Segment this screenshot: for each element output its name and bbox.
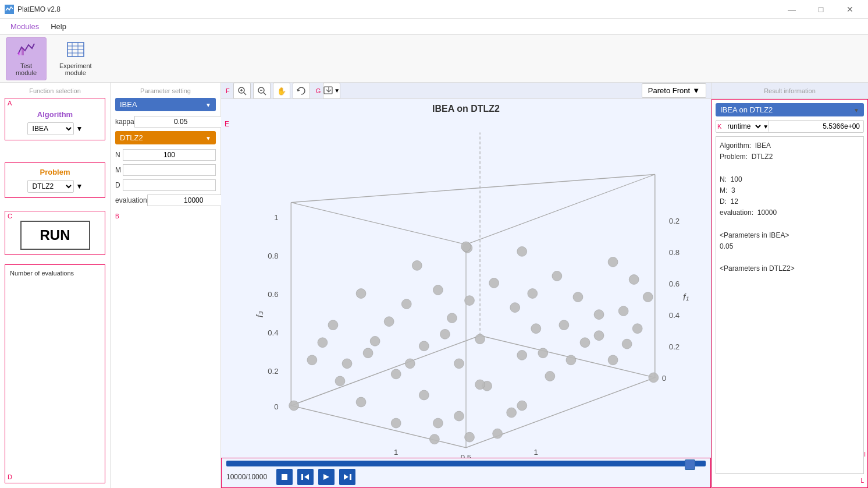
problem-group-label: Problem (10, 168, 100, 176)
label-b: B (115, 213, 216, 220)
function-selection-label: Function selection (5, 87, 105, 94)
algorithm-select[interactable]: IBEA NSGA-II MOEA/D (27, 122, 74, 135)
menu-bar: Modules Help (0, 19, 868, 35)
problem-box: Problem DTLZ2 DTLZ1 ZDT1 ▼ (5, 162, 105, 198)
svg-point-90 (618, 306, 628, 316)
svg-point-66 (335, 376, 345, 386)
svg-point-84 (461, 242, 471, 252)
svg-text:f₁: f₁ (683, 292, 689, 302)
svg-text:0: 0 (274, 402, 278, 411)
svg-text:0.5: 0.5 (461, 453, 471, 458)
pareto-front-button[interactable]: Pareto Front ▼ (642, 83, 706, 98)
svg-point-99 (622, 339, 632, 349)
svg-point-94 (594, 331, 604, 341)
svg-point-95 (342, 359, 352, 369)
problem-param-dropdown-container: DTLZ2 DTLZ1 ▼ (115, 131, 216, 144)
playback-controls: 10000/10000 (226, 469, 706, 485)
svg-point-68 (454, 359, 464, 369)
test-module-label: Testmodule (16, 62, 37, 76)
svg-marker-107 (344, 474, 348, 480)
d-param-label: D (115, 181, 123, 189)
svg-text:0.2: 0.2 (268, 367, 278, 376)
metric-row: K runtime IGD HV ▼ 5.5366e+00 (716, 120, 864, 133)
close-button[interactable]: ✕ (837, 0, 863, 19)
svg-line-10 (244, 93, 246, 95)
zoom-in-button[interactable] (233, 83, 251, 99)
chart-svg: 0 0.2 0.4 0.6 0.8 1 f₃ 0.5 1 1 f₂ 0 0.2 … (221, 108, 711, 458)
svg-point-87 (528, 289, 538, 299)
svg-point-52 (608, 257, 618, 267)
eval-row: evaluation (115, 195, 216, 206)
window-controls: — □ ✕ (778, 0, 863, 19)
svg-point-72 (356, 397, 366, 407)
test-module-button[interactable]: Testmodule (6, 37, 47, 80)
svg-marker-104 (304, 474, 309, 480)
label-l: L (716, 478, 864, 484)
minimize-button[interactable]: — (778, 0, 805, 19)
svg-point-93 (538, 348, 548, 358)
label-f: F (226, 87, 230, 94)
maximize-button[interactable]: □ (807, 0, 834, 19)
playback-bar: I 10000/10000 (221, 458, 711, 488)
play-button[interactable] (318, 469, 335, 485)
problem-select[interactable]: DTLZ2 DTLZ1 ZDT1 (27, 180, 74, 193)
n-row: N (115, 149, 216, 161)
run-button[interactable]: RUN (20, 221, 90, 250)
menu-help[interactable]: Help (45, 20, 72, 33)
result-dropdown[interactable]: IBEA on DTLZ2 (716, 103, 864, 116)
experiment-module-button[interactable]: Experimentmodule (52, 38, 99, 80)
info-text-box: Algorithm: IBEA Problem: DTLZ2 N: 100 M:… (716, 136, 864, 474)
svg-point-61 (419, 341, 429, 351)
svg-point-75 (545, 372, 555, 381)
result-information-content: IBEA on DTLZ2 ▼ K runtime IGD HV ▼ 5.536… (712, 99, 868, 488)
algorithm-param-dropdown[interactable]: IBEA NSGA-II (115, 98, 216, 111)
chart-toolbar-left: ✋ (233, 83, 310, 99)
app-icon (5, 5, 14, 14)
svg-point-86 (401, 299, 411, 309)
svg-point-85 (465, 296, 475, 306)
svg-text:0.4: 0.4 (268, 328, 278, 337)
svg-point-59 (307, 355, 317, 365)
progress-track[interactable] (226, 461, 706, 466)
zoom-out-button[interactable] (253, 83, 271, 99)
progress-thumb[interactable] (685, 459, 695, 470)
problem-select-row: DTLZ2 DTLZ1 ZDT1 ▼ (10, 180, 100, 193)
svg-text:f₃: f₃ (255, 311, 265, 317)
metric-arrow: ▼ (763, 123, 769, 130)
svg-rect-2 (22, 48, 24, 55)
svg-line-24 (466, 175, 655, 245)
metric-select[interactable]: runtime IGD HV (723, 121, 763, 132)
eval-box: Number of evaluations D (5, 264, 105, 483)
label-c: C (8, 213, 12, 220)
pareto-dropdown-arrow: ▼ (692, 86, 700, 95)
svg-point-79 (517, 401, 527, 411)
function-selection-panel: Function selection A Algorithm IBEA NSGA… (0, 83, 111, 488)
svg-line-23 (291, 203, 466, 245)
kappa-input[interactable] (134, 116, 227, 128)
m-label: M (115, 166, 123, 174)
export-button[interactable]: ▼ (323, 83, 340, 99)
problem-param-dropdown[interactable]: DTLZ2 DTLZ1 (115, 131, 216, 144)
d-input[interactable] (123, 179, 216, 191)
label-i: I (864, 451, 866, 458)
svg-text:0.6: 0.6 (669, 280, 680, 288)
result-display-panel: F ✋ G ▼ (221, 83, 711, 488)
run-box: C RUN (5, 211, 105, 255)
svg-text:0.8: 0.8 (669, 248, 680, 257)
menu-modules[interactable]: Modules (5, 20, 45, 33)
test-module-icon (17, 41, 35, 61)
m-input[interactable] (123, 164, 216, 176)
svg-point-98 (566, 355, 576, 365)
skip-forward-button[interactable] (339, 469, 355, 485)
skip-back-button[interactable] (297, 469, 314, 485)
ribbon: Testmodule Experimentmodule (0, 35, 868, 83)
label-d: D (8, 473, 12, 480)
reset-button[interactable] (293, 83, 310, 99)
svg-point-80 (429, 434, 439, 444)
pan-button[interactable]: ✋ (273, 83, 290, 99)
result-information-header: Result information (712, 83, 868, 99)
experiment-module-icon (66, 41, 85, 61)
kappa-row: kappa (115, 116, 216, 128)
stop-button[interactable] (276, 469, 293, 485)
n-input[interactable] (123, 149, 216, 161)
